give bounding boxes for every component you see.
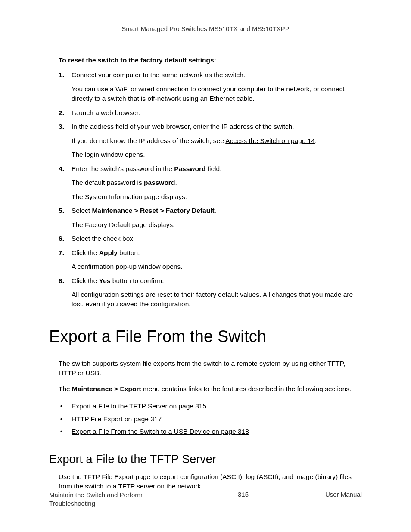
bold-text: Yes — [99, 277, 111, 284]
step-paragraph: The System Information page displays. — [72, 192, 362, 202]
body-paragraph: The switch supports system file exports … — [59, 359, 362, 378]
bullet-list: Export a File to the TFTP Server on page… — [59, 400, 362, 438]
page-header-title: Smart Managed Pro Switches MS510TX and M… — [49, 25, 362, 32]
text-run: . — [215, 207, 216, 214]
text-run: Enter the switch's password in the — [72, 165, 174, 172]
step-4: Enter the switch's password in the Passw… — [59, 164, 362, 202]
cross-reference-link[interactable]: Export a File to the TFTP Server on page… — [72, 402, 206, 410]
step-text: Launch a web browser. — [72, 109, 140, 116]
step-7: Click the Apply button. A confirmation p… — [59, 248, 362, 272]
bold-text: Maintenance > Export — [72, 385, 141, 392]
step-paragraph: The login window opens. — [72, 150, 362, 159]
bold-text: Password — [174, 165, 206, 172]
footer-page-number: 315 — [238, 491, 249, 498]
text-run: menu contains links to the features desc… — [141, 385, 352, 392]
procedure-steps: Connect your computer to the same networ… — [59, 70, 362, 309]
bold-text: Apply — [99, 249, 118, 256]
list-item: Export a File to the TFTP Server on page… — [59, 400, 362, 412]
step-paragraph: If you do not know the IP address of the… — [72, 136, 362, 146]
text-run: . — [315, 137, 317, 144]
footer-rule — [49, 486, 362, 486]
list-item: Export a File From the Switch to a USB D… — [59, 425, 362, 438]
step-5: Select Maintenance > Reset > Factory Def… — [59, 206, 362, 230]
bold-text: Maintenance > Reset > Factory Default — [92, 207, 214, 214]
footer-chapter-title: Maintain the Switch and Perform Troubles… — [49, 491, 161, 508]
step-paragraph: The Factory Default page displays. — [72, 220, 362, 230]
step-paragraph: A confirmation pop-up window opens. — [72, 262, 362, 271]
text-run: Select — [72, 207, 92, 214]
body-paragraph: The Maintenance > Export menu contains l… — [59, 384, 362, 394]
step-6: Select the check box. — [59, 234, 362, 243]
page-footer: Maintain the Switch and Perform Troubles… — [49, 486, 362, 508]
step-paragraph: All configuration settings are reset to … — [72, 290, 362, 309]
step-text: Select the check box. — [72, 235, 135, 242]
footer-doc-type: User Manual — [325, 491, 362, 498]
text-run: button to confirm. — [110, 277, 164, 284]
text-run: The — [59, 385, 72, 392]
cross-reference-link[interactable]: Access the Switch on page 14 — [225, 137, 315, 144]
step-3: In the address field of your web browser… — [59, 122, 362, 159]
step-paragraph: The default password is password. — [72, 178, 362, 187]
procedure-heading: To reset the switch to the factory defau… — [59, 56, 362, 65]
text-run: button. — [118, 249, 140, 256]
step-1: Connect your computer to the same networ… — [59, 70, 362, 103]
text-run: . — [175, 179, 177, 186]
step-text: In the address field of your web browser… — [72, 123, 294, 130]
text-run: Click the — [72, 249, 99, 256]
step-text: Connect your computer to the same networ… — [72, 71, 245, 78]
cross-reference-link[interactable]: Export a File From the Switch to a USB D… — [72, 428, 249, 435]
bold-text: password — [144, 179, 175, 186]
text-run: If you do not know the IP address of the… — [72, 137, 225, 144]
step-2: Launch a web browser. — [59, 108, 362, 118]
step-8: Click the Yes button to confirm. All con… — [59, 276, 362, 309]
text-run: The default password is — [72, 179, 144, 186]
step-paragraph: You can use a WiFi or wired connection t… — [72, 84, 362, 104]
subsection-heading: Export a File to the TFTP Server — [49, 453, 362, 466]
text-run: Click the — [72, 277, 99, 284]
cross-reference-link[interactable]: HTTP File Export on page 317 — [72, 415, 162, 423]
list-item: HTTP File Export on page 317 — [59, 413, 362, 425]
section-heading: Export a File From the Switch — [49, 327, 362, 346]
text-run: field. — [206, 165, 221, 172]
